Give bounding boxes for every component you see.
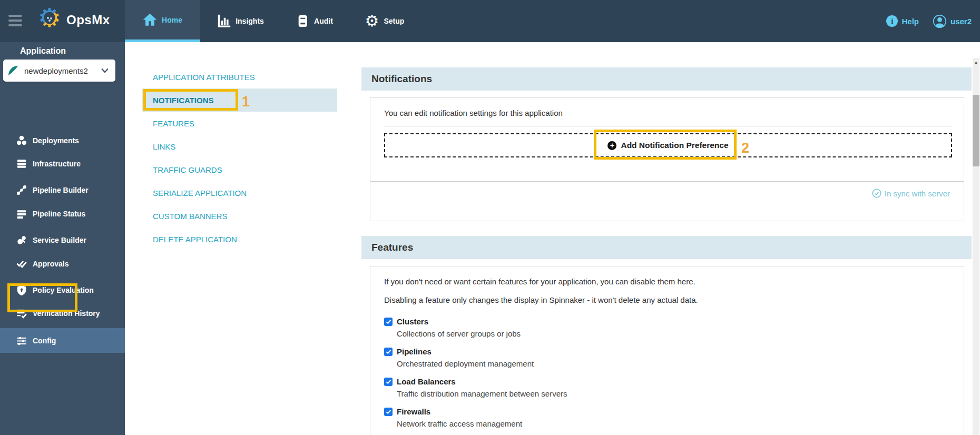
feature-row-pipelines: Pipelines Orchestrated deployment manage… <box>384 347 534 368</box>
brand-logo: ⚙⚙ OpsMx <box>37 7 110 33</box>
sidebar-item-verification-history[interactable]: Verification History <box>0 302 125 325</box>
load-balancers-description: Traffic distribution management between … <box>397 389 567 398</box>
tab-setup-label: Setup <box>384 17 405 25</box>
check-circle-icon <box>872 189 881 198</box>
subnav-item-links[interactable]: LINKS <box>142 135 337 158</box>
audit-icon <box>296 14 309 28</box>
add-notification-preference-button[interactable]: + Add Notification Preference <box>384 133 952 157</box>
subnav-item-serialize-application[interactable]: SERIALIZE APPLICATION <box>142 181 337 204</box>
tab-audit-label: Audit <box>314 17 333 25</box>
features-intro-line1: If you don't need or want certain featur… <box>384 277 695 286</box>
notifications-title: Notifications <box>371 73 432 85</box>
infrastructure-icon <box>16 158 27 170</box>
application-sidebar: Application newdeployments2 Deployments … <box>0 42 125 435</box>
sidebar-item-config[interactable]: Config <box>0 328 125 353</box>
service-builder-icon <box>16 234 27 246</box>
add-notification-preference-label: Add Notification Preference <box>621 141 728 150</box>
annotation-number-2: 2 <box>741 140 749 156</box>
app-window: ⚙⚙ OpsMx Home Insights Audit ⚙ Setup i H… <box>0 0 980 435</box>
firewalls-label: Firewalls <box>397 407 430 416</box>
hamburger-menu-icon[interactable] <box>8 15 23 27</box>
pipelines-label: Pipelines <box>397 347 432 356</box>
plus-circle-icon: + <box>607 141 616 150</box>
load-balancers-checkbox[interactable] <box>384 378 393 386</box>
subnav-item-notifications[interactable]: NOTIFICATIONS <box>142 88 337 112</box>
sidebar-item-infrastructure[interactable]: Infrastructure <box>0 152 125 175</box>
subnav-item-application-attributes[interactable]: APPLICATION ATTRIBUTES <box>142 65 337 88</box>
firewalls-checkbox[interactable] <box>384 408 393 416</box>
tab-insights[interactable]: Insights <box>207 0 274 42</box>
vertical-scrollbar[interactable]: ▲ <box>973 58 979 435</box>
help-button[interactable]: i Help <box>886 15 919 27</box>
insights-icon <box>217 14 231 28</box>
pipeline-builder-icon <box>16 184 27 196</box>
tab-insights-label: Insights <box>236 17 264 25</box>
user-menu[interactable]: user2 <box>933 14 972 28</box>
pipeline-status-icon <box>16 208 27 220</box>
feature-row-clusters: Clusters Collections of server groups or… <box>384 317 521 338</box>
top-navigation-bar: ⚙⚙ OpsMx Home Insights Audit ⚙ Setup i H… <box>0 0 980 42</box>
subnav-item-traffic-guards[interactable]: TRAFFIC GUARDS <box>142 158 337 181</box>
config-subnav: APPLICATION ATTRIBUTES NOTIFICATIONS FEA… <box>125 43 361 251</box>
sync-status-label: In sync with server <box>885 189 950 198</box>
sidebar-section-title: Application <box>20 46 66 56</box>
firewalls-description: Network traffic access management <box>397 419 522 428</box>
features-section-header: Features <box>361 236 972 259</box>
notifications-description: You can edit notification settings for t… <box>384 108 563 117</box>
load-balancers-label: Load Balancers <box>397 377 456 386</box>
tab-setup[interactable]: ⚙ Setup <box>357 0 412 42</box>
sync-status: In sync with server <box>872 189 950 198</box>
tab-audit[interactable]: Audit <box>286 0 343 42</box>
deployments-icon <box>16 135 27 146</box>
username-label: user2 <box>950 17 972 26</box>
subnav-item-delete-application[interactable]: DELETE APPLICATION <box>142 228 337 251</box>
features-intro-line2: Disabling a feature only changes the dis… <box>384 295 698 304</box>
notifications-section-header: Notifications <box>361 67 972 91</box>
feature-row-load-balancers: Load Balancers Traffic distribution mana… <box>384 377 567 398</box>
brand-name: OpsMx <box>66 13 110 27</box>
features-card: If you don't need or want certain featur… <box>370 266 964 435</box>
opsmx-gear-logo-icon: ⚙⚙ <box>37 7 62 33</box>
divider <box>384 126 952 126</box>
sidebar-item-approvals[interactable]: Approvals <box>0 252 125 275</box>
features-title: Features <box>371 242 413 253</box>
sidebar-item-pipeline-status[interactable]: Pipeline Status <box>0 202 125 225</box>
approvals-icon <box>16 258 27 270</box>
feature-row-firewalls: Firewalls Network traffic access managem… <box>384 407 522 428</box>
scroll-up-arrow-icon[interactable]: ▲ <box>973 60 979 65</box>
annotation-number-1: 1 <box>242 94 250 110</box>
subnav-item-custom-banners[interactable]: CUSTOM BANNERS <box>142 204 337 228</box>
config-icon <box>16 335 27 347</box>
pipelines-description: Orchestrated deployment management <box>397 359 534 368</box>
clusters-checkbox[interactable] <box>384 318 393 326</box>
pipelines-checkbox[interactable] <box>384 348 393 356</box>
divider <box>370 181 964 182</box>
tab-home[interactable]: Home <box>125 0 200 42</box>
notifications-card: You can edit notification settings for t… <box>370 97 964 221</box>
policy-evaluation-icon <box>16 284 27 296</box>
setup-icon: ⚙ <box>365 13 379 29</box>
subnav-item-features[interactable]: FEATURES <box>142 112 337 135</box>
help-label: Help <box>901 17 919 26</box>
home-icon <box>143 13 157 26</box>
sidebar-item-service-builder[interactable]: Service Builder <box>0 229 125 252</box>
verification-history-icon <box>16 308 27 319</box>
sidebar-item-pipeline-builder[interactable]: Pipeline Builder <box>0 179 125 202</box>
clusters-description: Collections of server groups or jobs <box>397 329 521 338</box>
tab-home-label: Home <box>162 16 182 24</box>
selected-application: newdeployments2 <box>24 66 101 75</box>
application-selector-dropdown[interactable]: newdeployments2 <box>3 60 115 82</box>
sidebar-item-deployments[interactable]: Deployments <box>0 129 125 152</box>
info-icon: i <box>886 15 898 27</box>
scrollbar-thumb[interactable] <box>973 95 979 166</box>
sidebar-item-policy-evaluation[interactable]: Policy Evaluation <box>0 279 125 302</box>
user-avatar-icon <box>933 14 947 28</box>
clusters-label: Clusters <box>397 317 428 326</box>
leaf-icon <box>7 65 19 76</box>
chevron-down-icon <box>101 68 109 73</box>
